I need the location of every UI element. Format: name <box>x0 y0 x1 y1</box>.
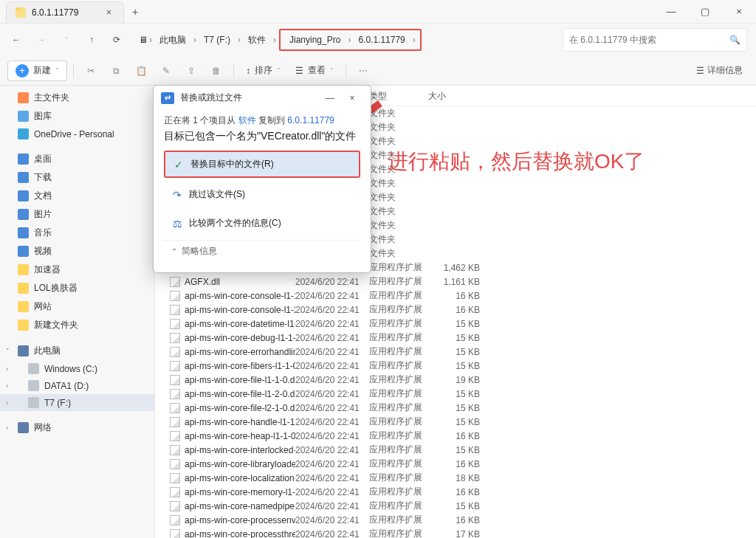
file-row[interactable]: api-ms-win-core-namedpipe-l1-1-0.dll 202… <box>155 499 756 513</box>
file-icon <box>170 305 180 315</box>
search-input[interactable] <box>569 35 729 45</box>
dialog-close-button[interactable]: × <box>341 93 363 103</box>
sidebar-item[interactable]: 音乐 <box>0 224 154 242</box>
file-row[interactable]: api-ms-win-core-memory-l1-1-0.dll 2024/6… <box>155 485 756 499</box>
search-icon[interactable]: 🔍 <box>729 35 740 45</box>
file-type: 文件夹 <box>369 191 428 204</box>
back-button[interactable]: ← <box>4 28 28 52</box>
col-size[interactable]: 大小 <box>428 90 480 103</box>
file-name: api-ms-win-core-interlocked-l1-1-0.dll <box>185 445 295 455</box>
file-row[interactable]: api-ms-win-core-datetime-l1-1-0.dll 2024… <box>155 317 756 331</box>
file-row[interactable]: api-ms-win-core-debug-l1-1-0.dll 2024/6/… <box>155 331 756 345</box>
more-icon[interactable]: ⋯ <box>352 61 374 81</box>
sidebar-item[interactable]: 图库 <box>0 107 154 125</box>
source-link[interactable]: 软件 <box>238 115 256 125</box>
file-row[interactable]: api-ms-win-core-errorhandling-l1-1-… 202… <box>155 345 756 359</box>
file-type: 应用程序扩展 <box>369 387 428 400</box>
delete-icon[interactable]: 🗑 <box>205 61 227 81</box>
file-row[interactable]: api-ms-win-core-localization-l1-2-0.dll … <box>155 471 756 485</box>
chevron-right-icon[interactable]: › <box>6 382 8 390</box>
sidebar-item[interactable]: 文档 <box>0 187 154 205</box>
skip-option[interactable]: ↷ 跳过该文件(S) <box>164 182 360 207</box>
close-window-button[interactable]: × <box>722 0 756 23</box>
file-row[interactable]: api-ms-win-core-fibers-l1-1-0.dll 2024/6… <box>155 359 756 373</box>
new-button[interactable]: + 新建 ˅ <box>7 61 67 81</box>
file-name: AGFX.dll <box>185 277 220 287</box>
file-row[interactable]: api-ms-win-core-console-l1-1-0.dll 2024/… <box>155 289 756 303</box>
up-button[interactable]: ↑ <box>80 28 103 52</box>
sidebar-item[interactable]: 新建文件夹 <box>0 316 154 334</box>
refresh-button[interactable]: ⟳ <box>105 28 128 52</box>
file-row[interactable]: api-ms-win-core-interlocked-l1-1-0.dll 2… <box>155 443 756 457</box>
file-row[interactable]: api-ms-win-core-file-l1-2-0.dll 2024/6/2… <box>155 387 756 401</box>
file-row[interactable]: api-ms-win-core-file-l1-1-0.dll 2024/6/2… <box>155 373 756 387</box>
sidebar-item-drive[interactable]: ›DATA1 (D:) <box>0 377 154 394</box>
dialog-minimize-button[interactable]: — <box>319 93 341 103</box>
file-row[interactable]: AGFX.dll 2024/6/20 22:41 应用程序扩展 1,161 KB <box>155 275 756 289</box>
crumb-software[interactable]: 软件 <box>242 31 272 49</box>
sidebar-item[interactable]: 图片 <box>0 205 154 224</box>
sidebar-item[interactable]: LOL换肤器 <box>0 279 154 297</box>
file-type: 应用程序扩展 <box>369 528 428 538</box>
breadcrumb[interactable]: 🖥 › 此电脑 › T7 (F:) › 软件 › Jianying_Pro › … <box>134 28 557 52</box>
maximize-button[interactable]: ▢ <box>688 0 722 23</box>
sidebar-item-pc[interactable]: ˅ 此电脑 <box>0 342 154 360</box>
file-row[interactable]: api-ms-win-core-console-l1-2-0.dll 2024/… <box>155 303 756 317</box>
sidebar-item[interactable]: 视频 <box>0 242 154 261</box>
sidebar-item[interactable]: 网站 <box>0 297 154 316</box>
sort-button[interactable]: ↕ 排序 ˅ <box>240 61 286 80</box>
copy-icon[interactable]: ⧉ <box>105 61 127 81</box>
search-box[interactable]: 🔍 <box>563 28 747 52</box>
col-type[interactable]: 类型 <box>369 90 428 103</box>
sidebar-item[interactable]: 加速器 <box>0 261 154 279</box>
file-row[interactable]: api-ms-win-core-libraryloader-l1-1-0… 20… <box>155 457 756 471</box>
details-button[interactable]: ☰ 详细信息 <box>690 61 749 80</box>
file-size: 1,161 KB <box>428 277 480 287</box>
folder-icon <box>18 264 29 275</box>
file-date: 2024/6/20 22:41 <box>295 529 369 539</box>
file-date: 2024/6/20 22:41 <box>295 347 369 357</box>
sidebar-item[interactable]: 下载 <box>0 168 154 187</box>
separator <box>233 63 234 78</box>
file-row[interactable]: api-ms-win-core-handle-l1-1-0.dll 2024/6… <box>155 415 756 429</box>
view-button[interactable]: ☰ 查看 ˅ <box>289 61 340 80</box>
file-name: api-ms-win-core-handle-l1-1-0.dll <box>185 417 295 427</box>
sidebar-item-drive[interactable]: ›T7 (F:) <box>0 394 154 411</box>
rename-icon[interactable]: ✎ <box>155 61 177 81</box>
cut-icon[interactable]: ✂ <box>80 61 102 81</box>
crumb-version[interactable]: 6.0.1.11779 <box>352 32 410 48</box>
paste-icon[interactable]: 📋 <box>130 61 152 81</box>
dest-link[interactable]: 6.0.1.11779 <box>287 115 334 125</box>
chevron-right-icon[interactable]: › <box>6 424 8 432</box>
close-tab-button[interactable]: × <box>103 7 114 18</box>
sidebar-item-network[interactable]: › 网络 <box>0 418 154 437</box>
crumb-pc[interactable]: 此电脑 <box>154 31 192 49</box>
recent-chevron[interactable]: ˅ <box>55 28 78 52</box>
crumb-drive[interactable]: T7 (F:) <box>198 32 236 48</box>
sidebar-item-drive[interactable]: ›Windows (C:) <box>0 360 154 377</box>
file-row[interactable]: api-ms-win-core-processenvironmen… 2024/… <box>155 513 756 527</box>
sidebar-item[interactable]: 桌面 <box>0 150 154 168</box>
chevron-right-icon[interactable]: › <box>6 399 8 407</box>
file-type: 应用程序扩展 <box>369 458 428 470</box>
sidebar-item[interactable]: 主文件夹 <box>0 89 154 107</box>
crumb-jianying[interactable]: Jianying_Pro <box>284 32 346 48</box>
window-tab[interactable]: 6.0.1.11779 × <box>6 1 124 23</box>
chevron-down-icon[interactable]: ˅ <box>6 348 10 355</box>
forward-button[interactable]: → <box>30 28 53 52</box>
compare-option[interactable]: ⚖ 比较两个文件的信息(C) <box>164 211 360 235</box>
chevron-right-icon[interactable]: › <box>6 365 8 373</box>
file-type: 应用程序扩展 <box>369 430 428 442</box>
compare-icon: ⚖ <box>171 218 183 230</box>
file-row[interactable]: api-ms-win-core-heap-l1-1-0.dll 2024/6/2… <box>155 429 756 443</box>
file-row[interactable]: api-ms-win-core-processthreads-l1-1… 202… <box>155 527 756 538</box>
file-date: 2024/6/20 22:41 <box>295 333 369 343</box>
file-icon <box>170 459 180 469</box>
new-tab-button[interactable]: + <box>124 0 146 23</box>
file-row[interactable]: api-ms-win-core-file-l2-1-0.dll 2024/6/2… <box>155 401 756 415</box>
replace-option[interactable]: ✓ 替换目标中的文件(R) <box>164 151 360 178</box>
sidebar-item[interactable]: OneDrive - Personal <box>0 125 154 142</box>
minimize-button[interactable]: — <box>654 0 688 23</box>
share-icon[interactable]: ⇪ <box>180 61 202 81</box>
less-info-toggle[interactable]: ⌃ 简略信息 <box>164 240 360 262</box>
